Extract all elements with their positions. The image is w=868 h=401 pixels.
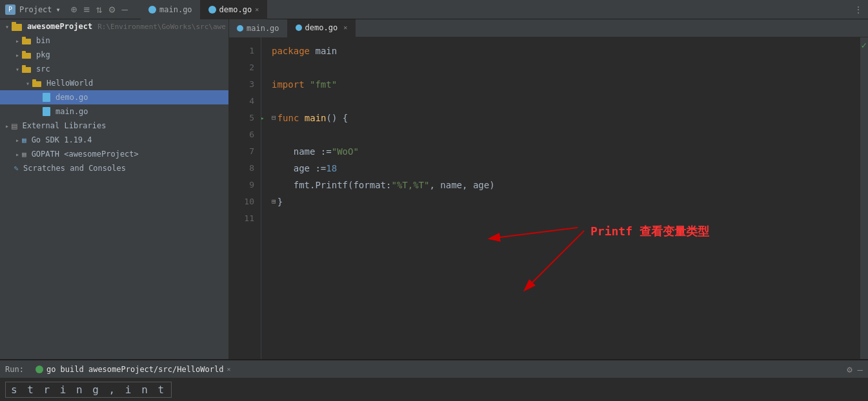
svg-line-12	[532, 231, 584, 282]
helloworld-label: HelloWorld	[32, 79, 93, 88]
title-tab-main-label: main.go	[159, 5, 192, 14]
checkmark-icon: ✓	[862, 40, 867, 50]
demo-go-label: demo.go	[43, 93, 88, 102]
arrow-gopath	[13, 151, 22, 158]
line-num-9: 9	[229, 177, 254, 193]
editor-tab-demo[interactable]: demo.go ✕	[288, 19, 356, 37]
settings-icon[interactable]: ⚙	[109, 3, 116, 15]
sidebar: awesomeProject R:\Environment\GoWorks\sr…	[0, 19, 229, 359]
sidebar-item-awesomeproject[interactable]: awesomeProject R:\Environment\GoWorks\sr…	[0, 19, 228, 34]
title-bar-left: P Project ▾	[5, 5, 61, 15]
bottom-close-icon[interactable]: —	[858, 364, 863, 375]
output-text: s t r i n g , i n t	[5, 382, 172, 398]
ext-libs-name: External Libraries	[22, 121, 106, 130]
arrow-go-sdk	[13, 137, 22, 144]
editor-tab-main[interactable]: main.go	[229, 19, 288, 37]
sidebar-item-main-go[interactable]: main.go	[0, 104, 228, 119]
code-line-9: fmt.Printf( format: "%T,%T" , name, age)	[272, 177, 860, 193]
pkg-name: pkg	[36, 50, 50, 59]
sidebar-item-scratches[interactable]: Scratches and Consoles	[0, 161, 228, 175]
title-tab-demo-label: demo.go	[219, 5, 252, 14]
code-editor: 1 2 3 4 5 6 7 8 9 10 11 package main	[229, 37, 868, 359]
line-num-7: 7	[229, 143, 254, 160]
project-dropdown-icon[interactable]: ▾	[56, 5, 61, 14]
toolbar-icons: ⊕ ≡ ⇅ ⚙ —	[71, 3, 128, 15]
sidebar-item-go-sdk[interactable]: ▦ Go SDK 1.19.4	[0, 133, 228, 147]
line-num-3: 3	[229, 76, 254, 93]
code-line-8: age := 18	[272, 160, 860, 177]
bottom-content: s t r i n g , i n t	[0, 378, 868, 401]
scratch-icon	[12, 164, 21, 173]
file-icon-demo	[43, 93, 50, 102]
svg-line-11	[500, 228, 578, 237]
editor-tab-demo-label: demo.go	[305, 23, 338, 32]
sidebar-item-bin[interactable]: bin	[0, 34, 228, 48]
project-name: awesomeProject	[27, 22, 92, 31]
token-package: package	[272, 43, 310, 59]
code-line-2	[272, 59, 860, 76]
token-fmt-printf: fmt.Printf(	[272, 177, 353, 193]
sidebar-item-pkg[interactable]: pkg	[0, 48, 228, 62]
scratches-name: Scratches and Consoles	[23, 164, 126, 173]
code-line-6	[272, 126, 860, 143]
bottom-tab-label: go build awesomeProject/src/HelloWorld	[46, 365, 224, 374]
title-tab-demo-close[interactable]: ✕	[255, 6, 259, 13]
run-arrow-icon[interactable]: ▶	[261, 110, 264, 126]
token-close-brace: }	[278, 193, 283, 210]
fold-start-icon[interactable]: ⊟	[272, 110, 276, 126]
bottom-tab-run[interactable]: go build awesomeProject/src/HelloWorld ✕	[35, 365, 231, 374]
token-space1	[310, 43, 315, 59]
arrow-helloworld	[23, 80, 32, 87]
go-dot-main	[237, 25, 243, 32]
sidebar-item-demo-go[interactable]: demo.go	[0, 90, 228, 104]
arrow-src	[13, 66, 22, 73]
title-tab-main[interactable]: main.go	[141, 0, 201, 19]
project-label[interactable]: Project	[19, 5, 52, 14]
line-num-11: 11	[229, 210, 254, 227]
bottom-tab-close[interactable]: ✕	[227, 366, 230, 373]
scratches-label: Scratches and Consoles	[12, 164, 126, 173]
code-line-3: import "fmt"	[272, 76, 860, 93]
bottom-gear-icon[interactable]: ⚙	[847, 364, 852, 375]
token-space3	[299, 110, 304, 126]
token-name-age: , name, age)	[429, 177, 494, 193]
add-icon[interactable]: ⊕	[71, 3, 77, 15]
svg-rect-4	[22, 53, 31, 59]
minus-icon[interactable]: —	[121, 3, 128, 15]
list-icon[interactable]: ≡	[83, 3, 90, 15]
title-tab-demo[interactable]: demo.go ✕	[201, 0, 268, 19]
arrow-ext-libs	[3, 122, 12, 130]
sort-icon[interactable]: ⇅	[96, 3, 103, 15]
code-line-10: ⊞ }	[272, 193, 860, 210]
awesomeproject-label: awesomeProject R:\Environment\GoWorks\sr…	[12, 22, 226, 31]
line-numbers: 1 2 3 4 5 6 7 8 9 10 11	[229, 37, 261, 359]
svg-rect-9	[32, 79, 36, 82]
project-icon: P	[5, 5, 15, 15]
bottom-tabs: Run: go build awesomeProject/src/HelloWo…	[0, 360, 868, 378]
demo-go-name: demo.go	[56, 93, 88, 102]
title-bar-actions: ⋮	[854, 5, 863, 15]
sidebar-item-gopath[interactable]: ▦ GOPATH <awesomeProject>	[0, 147, 228, 161]
token-age-assign: age :=	[272, 160, 326, 177]
token-func: func	[278, 110, 299, 126]
fold-end-icon[interactable]: ⊞	[272, 193, 276, 210]
gopath-label: ▦ GOPATH <awesomeProject>	[22, 150, 139, 159]
pkg-label: pkg	[22, 50, 50, 59]
go-sdk-icon: ▦	[22, 136, 26, 144]
sidebar-item-helloworld[interactable]: HelloWorld	[0, 76, 228, 90]
editor-tab-demo-close[interactable]: ✕	[343, 24, 347, 31]
go-icon	[148, 6, 156, 14]
editor-tab-main-label: main.go	[247, 24, 279, 33]
main-go-label: main.go	[43, 107, 88, 116]
arrow-pkg	[13, 52, 22, 59]
sidebar-item-src[interactable]: src	[0, 62, 228, 76]
sidebar-item-external-libs[interactable]: ▤ External Libraries	[0, 119, 228, 133]
title-bar: P Project ▾ ⊕ ≡ ⇅ ⚙ — main.go demo.go ✕ …	[0, 0, 868, 19]
token-name-assign: name :=	[272, 143, 332, 160]
line-num-4: 4	[229, 93, 254, 110]
svg-rect-1	[12, 22, 16, 24]
gopath-name: GOPATH <awesomeProject>	[32, 150, 139, 159]
code-content[interactable]: package main import "fmt" ▶ ⊟	[261, 37, 860, 359]
menu-dots-icon[interactable]: ⋮	[854, 5, 863, 15]
run-label: Run:	[5, 365, 24, 374]
